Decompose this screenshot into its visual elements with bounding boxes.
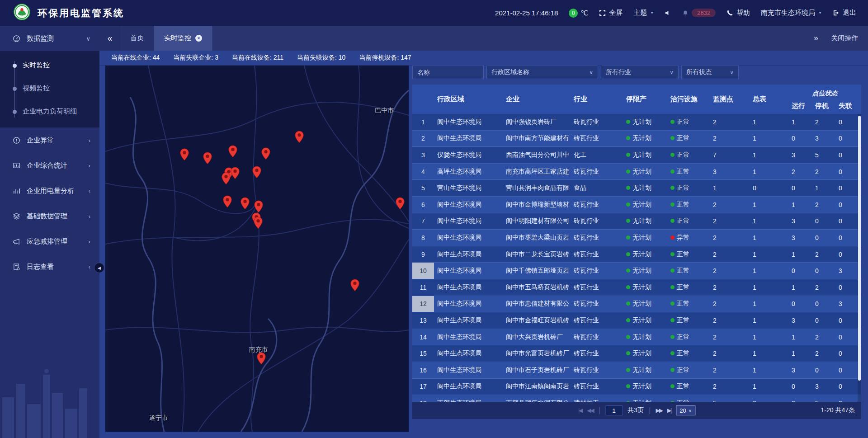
- map-pin-icon[interactable]: [254, 200, 263, 213]
- table-row[interactable]: 17阆中生态环境局阆中市江南镇阆南页岩砖瓦行业无计划正常21030: [412, 379, 861, 396]
- logout-button[interactable]: 退出: [833, 9, 856, 17]
- sidebar-group-label: 企业用电量分析: [27, 187, 74, 195]
- map-pin-icon[interactable]: [222, 195, 232, 208]
- table-scrollbar[interactable]: [858, 114, 861, 402]
- fullscreen-button[interactable]: 全屏: [599, 9, 623, 17]
- table-header: 行政区域企业行业停限产治污设施监测点总表点位状态运行停机失联: [412, 85, 861, 114]
- industry-filter-select[interactable]: 所有行业 ∨: [601, 66, 679, 79]
- region-filter-select[interactable]: 行政区域名称 ∨: [486, 66, 598, 79]
- status-dot-green-icon: [626, 153, 630, 157]
- table-row[interactable]: 18南部生态环境局南部县砌伟水泥有限公建材加工无计划正常50050: [412, 395, 861, 402]
- notification-area[interactable]: 2632: [682, 9, 716, 17]
- table-row[interactable]: 12阆中生态环境局阆中市忠信建材有限公砖瓦行业无计划正常21003: [412, 296, 861, 313]
- sound-button[interactable]: [665, 9, 671, 16]
- cell-run: 0: [788, 135, 812, 142]
- sidebar-group-7[interactable]: 日志查看‹: [0, 254, 99, 279]
- map-pin-icon[interactable]: [222, 172, 231, 185]
- status-filter-select[interactable]: 所有状态 ∨: [681, 66, 739, 79]
- cell-district: 阆中生态环境局: [434, 234, 503, 242]
- table-row[interactable]: 5营山生态环境局营山县润丰肉食品有限食品无计划正常10010: [412, 180, 861, 197]
- sidebar-group-3[interactable]: 企业综合统计‹: [0, 153, 99, 178]
- sidebar-group-5[interactable]: 基础数据管理‹: [0, 203, 99, 229]
- sidebar-group-6[interactable]: 应急减排管理‹: [0, 229, 99, 254]
- cell-company: 阆中市枣碧大梁山页岩: [503, 234, 571, 242]
- cell-company: 阆中强锐页岩砖厂: [503, 118, 571, 126]
- table-row[interactable]: 1阆中生态环境局阆中强锐页岩砖厂砖瓦行业无计划正常21120: [412, 114, 861, 131]
- status-text: 无计划: [632, 134, 651, 141]
- table-row[interactable]: 15阆中生态环境局阆中市光富页岩机砖厂砖瓦行业无计划正常21120: [412, 345, 861, 362]
- map-pin-icon[interactable]: [256, 352, 266, 365]
- sidebar-collapse-button[interactable]: ◀: [94, 263, 104, 273]
- map-pin-icon[interactable]: [396, 197, 405, 210]
- record-range-label: 1-20 共47条: [821, 406, 861, 414]
- pager-last-icon[interactable]: ▶|: [667, 407, 671, 414]
- sidebar-group-4[interactable]: 企业用电量分析‹: [0, 178, 99, 203]
- name-filter-input[interactable]: [412, 66, 484, 79]
- table-row[interactable]: 4高坪生态环境局南充市高坪区王家店建砖瓦行业无计划正常31220: [412, 164, 861, 180]
- cell-industry: 砖瓦行业: [571, 118, 623, 126]
- table-row[interactable]: 10阆中生态环境局阆中千佛镇五郎垭页岩砖瓦行业无计划正常21003: [412, 263, 861, 279]
- map-pin-icon[interactable]: [231, 167, 240, 179]
- tab-label: 首页: [130, 34, 144, 42]
- notification-badge[interactable]: 2632: [692, 9, 716, 17]
- help-button[interactable]: 帮助: [726, 9, 750, 17]
- status-text: 无计划: [632, 234, 651, 241]
- table-row[interactable]: 11阆中生态环境局阆中市五马桥页岩机砖砖瓦行业无计划正常21120: [412, 279, 861, 296]
- table-row[interactable]: 16阆中生态环境局阆中市石子页岩机砖厂砖瓦行业无计划正常21300: [412, 362, 861, 379]
- cell-facility-status: 正常: [667, 349, 710, 358]
- user-org-dropdown[interactable]: 南充市生态环境局 ▼: [761, 9, 822, 17]
- status-dot-green-icon: [670, 285, 675, 289]
- page-size-select[interactable]: 20 ∨: [676, 405, 695, 415]
- sidebar-item[interactable]: 企业电力负荷明细: [0, 100, 99, 123]
- tab-scroll-right-icon[interactable]: »: [814, 33, 818, 43]
- pager-next-icon[interactable]: ▶▶: [656, 407, 662, 414]
- sidebar-group-1[interactable]: 数据监测∨: [0, 26, 99, 51]
- status-dot-green-icon: [670, 301, 675, 306]
- pager-prev-icon[interactable]: ◀◀: [587, 407, 593, 414]
- map-pin-icon[interactable]: [203, 152, 212, 165]
- tab-close-icon[interactable]: ×: [195, 35, 202, 42]
- map-pin-icon[interactable]: [180, 148, 189, 161]
- stat-item: 当前停机设备: 147: [359, 54, 411, 62]
- column-header: 总表: [750, 85, 788, 114]
- map-pin-icon[interactable]: [254, 217, 263, 229]
- status-dot-green-icon: [670, 153, 675, 157]
- scrollbar-thumb[interactable]: [858, 116, 861, 381]
- status-dot-green-icon: [626, 120, 630, 124]
- map-pin-icon[interactable]: [350, 279, 360, 292]
- close-operations-button[interactable]: 关闭操作: [831, 34, 858, 42]
- tab-item[interactable]: 首页: [120, 26, 154, 51]
- status-dot-green-icon: [626, 170, 630, 174]
- map-pin-icon[interactable]: [241, 197, 250, 210]
- table-row[interactable]: 7阆中生态环境局阆中明阳建材有限公司砖瓦行业无计划正常21300: [412, 213, 861, 230]
- cell-facility-status: 正常: [667, 151, 710, 159]
- table-row[interactable]: 2阆中生态环境局阆中市南方节能建材有砖瓦行业无计划正常21030: [412, 131, 861, 147]
- cell-points: 2: [710, 300, 750, 307]
- tab-active[interactable]: 实时监控×: [154, 26, 212, 51]
- table-row[interactable]: 6阆中生态环境局阆中市金博瑞新型墙材砖瓦行业无计划正常21120: [412, 197, 861, 213]
- map-pin-icon[interactable]: [261, 147, 270, 160]
- map-pin-icon[interactable]: [294, 131, 304, 143]
- cell-points: 2: [710, 383, 750, 390]
- stat-item: 当前失联设备: 10: [297, 54, 345, 62]
- tab-label: 实时监控: [164, 34, 191, 42]
- table-row[interactable]: 9阆中生态环境局阆中市二龙长宝页岩砖砖瓦行业无计划正常21120: [412, 246, 861, 263]
- tab-scroll-left-icon[interactable]: «: [99, 26, 120, 51]
- map-pin-icon[interactable]: [252, 166, 261, 179]
- status-dot-green-icon: [670, 136, 675, 140]
- chevron-down-icon: ∨: [689, 408, 692, 413]
- theme-dropdown[interactable]: 主题 ▼: [633, 9, 654, 17]
- table-row[interactable]: 13阆中生态环境局阆中市金福旺页岩机砖砖瓦行业无计划正常21300: [412, 312, 861, 329]
- pager-first-icon[interactable]: |◀: [578, 407, 582, 414]
- map-pin-icon[interactable]: [228, 145, 237, 158]
- map[interactable]: 巴中市南充市遂宁市: [105, 66, 409, 432]
- table-row[interactable]: 14阆中生态环境局阆中大兴页岩机砖厂砖瓦行业无计划正常21120: [412, 329, 861, 346]
- status-dot-green-icon: [626, 384, 630, 388]
- sidebar-item[interactable]: 视频监控: [0, 77, 99, 100]
- table-row[interactable]: 3仪陇生态环境局西南油气田分公司川中化工无计划正常71350: [412, 147, 861, 164]
- sidebar-item[interactable]: 实时监控: [0, 54, 99, 77]
- sidebar-group-2[interactable]: 企业异常‹: [0, 127, 99, 153]
- table-row[interactable]: 8阆中生态环境局阆中市枣碧大梁山页岩砖瓦行业无计划异常21300: [412, 230, 861, 246]
- cell-district: 阆中生态环境局: [434, 201, 503, 209]
- page-number-input[interactable]: [605, 405, 623, 415]
